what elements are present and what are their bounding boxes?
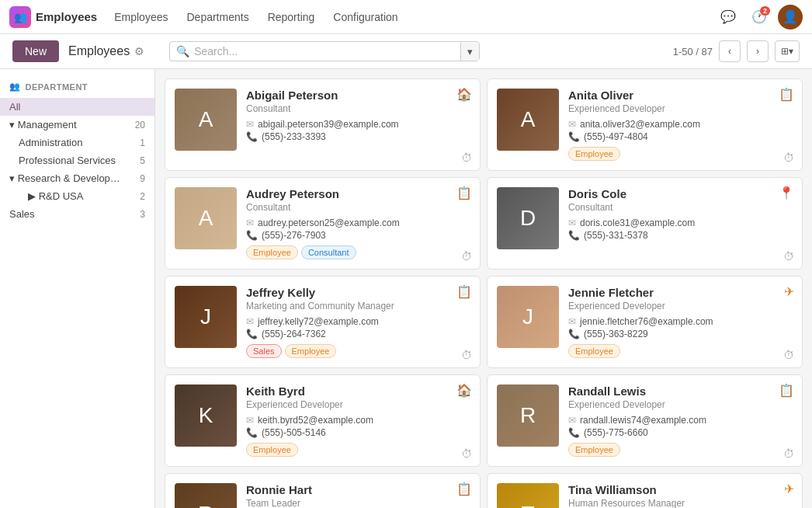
card-clock-icon[interactable]: ⏱ (461, 250, 472, 263)
sidebar-item-label-professional: Professional Services (19, 155, 116, 166)
sidebar-arrow-management: ▾ (9, 119, 18, 130)
employee-card[interactable]: KKeith ByrdExperienced Developer✉keith.b… (165, 374, 481, 467)
email-icon: ✉ (246, 316, 254, 327)
employee-email: randall.lewis74@example.com (580, 415, 706, 426)
nav-departments[interactable]: Departments (179, 6, 256, 28)
employee-email-row: ✉keith.byrd52@example.com (246, 415, 470, 426)
app-logo[interactable]: 👥 Employees (9, 6, 97, 28)
employee-name: Anita Oliver (568, 89, 793, 102)
employee-info: Keith ByrdExperienced Developer✉keith.by… (246, 384, 470, 457)
sidebar-item-administration[interactable]: Administration 1 (0, 134, 154, 151)
sidebar-arrow-rnd: ▶ (28, 190, 39, 202)
employee-email-row: ✉anita.oliver32@example.com (568, 119, 793, 130)
employee-phone: (555)-276-7903 (262, 230, 326, 241)
tag-sales: Sales (246, 344, 282, 358)
employee-phone: (555)-505-5146 (262, 427, 326, 438)
card-status-icon: ✈ (784, 284, 794, 299)
prev-page-button[interactable]: ‹ (719, 40, 741, 62)
employee-email-row: ✉audrey.peterson25@example.com (246, 217, 470, 228)
sidebar-item-rnd-usa[interactable]: ▶ R&D USA 2 (0, 187, 154, 205)
employee-email: abigail.peterson39@example.com (258, 119, 399, 130)
sidebar-item-label-all: All (9, 101, 20, 113)
sidebar-item-professional-services[interactable]: Professional Services 5 (0, 151, 154, 169)
department-icon: 👥 (9, 82, 21, 92)
search-box: 🔍 ▾ (169, 41, 480, 61)
employee-card[interactable]: RRonnie HartTeam Leader✉ronnie.hart87@ex… (165, 473, 481, 508)
chat-icon: 💬 (720, 9, 736, 24)
user-avatar[interactable]: 👤 (778, 5, 803, 30)
activity-icon-btn[interactable]: 🕐 2 (747, 5, 772, 30)
employee-info: Audrey PetersonConsultant✉audrey.peterso… (246, 187, 470, 259)
employee-card[interactable]: DDoris ColeConsultant✉doris.cole31@examp… (487, 177, 803, 270)
settings-icon[interactable]: ⚙ (134, 45, 144, 57)
sidebar-item-sales[interactable]: Sales 3 (0, 205, 154, 223)
employee-phone: (555)-264-7362 (262, 329, 326, 339)
employee-photo: K (175, 384, 237, 447)
nav-configuration[interactable]: Configuration (325, 6, 405, 28)
phone-icon: 📞 (246, 329, 258, 339)
card-clock-icon[interactable]: ⏱ (783, 349, 794, 361)
employee-info: Jennie FletcherExperienced Developer✉jen… (568, 286, 793, 358)
new-button[interactable]: New (12, 40, 59, 62)
sidebar-count-professional: 5 (140, 155, 145, 166)
employee-info: Jeffrey KellyMarketing and Community Man… (246, 286, 470, 358)
employee-role: Consultant (568, 202, 793, 213)
employee-photo: A (175, 187, 237, 249)
sidebar-item-management[interactable]: ▾ Management 20 (0, 116, 154, 134)
employee-card[interactable]: AAnita OliverExperienced Developer✉anita… (487, 78, 803, 171)
employee-card[interactable]: AAbigail PetersonConsultant✉abigail.pete… (165, 78, 481, 171)
sidebar-count-sales: 3 (140, 209, 145, 220)
employee-name: Jeffrey Kelly (246, 286, 470, 299)
card-clock-icon[interactable]: ⏱ (783, 447, 794, 460)
employee-role: Consultant (246, 202, 470, 213)
sidebar-count-administration: 1 (140, 137, 145, 148)
sidebar-count-research: 9 (140, 173, 145, 184)
card-clock-icon[interactable]: ⏱ (461, 447, 472, 460)
tag-consultant: Consultant (301, 245, 356, 259)
nav-reporting[interactable]: Reporting (260, 6, 323, 28)
employee-email-row: ✉jennie.fletcher76@example.com (568, 316, 793, 327)
employee-email: anita.oliver32@example.com (580, 119, 700, 130)
employee-photo: A (497, 89, 559, 151)
employee-phone-row: 📞(555)-363-8229 (568, 329, 793, 339)
employee-photo: T (497, 483, 559, 508)
view-toggle-button[interactable]: ⊞▾ (775, 40, 800, 62)
employee-card[interactable]: AAudrey PetersonConsultant✉audrey.peters… (165, 177, 481, 270)
card-clock-icon[interactable]: ⏱ (783, 151, 794, 164)
employee-card[interactable]: JJeffrey KellyMarketing and Community Ma… (165, 276, 481, 368)
search-input[interactable] (194, 45, 453, 57)
employee-email-row: ✉abigail.peterson39@example.com (246, 119, 470, 130)
employee-name: Doris Cole (568, 187, 793, 200)
nav-employees[interactable]: Employees (106, 6, 175, 28)
sidebar-item-label-rnd: ▶ R&D USA (28, 190, 83, 202)
card-clock-icon[interactable]: ⏱ (783, 250, 794, 263)
employee-phone: (555)-331-5378 (584, 230, 648, 241)
employee-photo: D (497, 187, 559, 249)
email-icon: ✉ (568, 217, 576, 228)
sub-header: New Employees ⚙ 🔍 ▾ 1-50 / 87 ‹ › ⊞▾ (0, 34, 812, 69)
card-status-icon: ✈ (784, 482, 794, 496)
employee-phone-row: 📞(555)-264-7362 (246, 329, 470, 339)
employee-name: Ronnie Hart (246, 483, 470, 496)
sidebar-item-all[interactable]: All (0, 98, 154, 116)
card-clock-icon[interactable]: ⏱ (461, 349, 472, 361)
chat-icon-btn[interactable]: 💬 (716, 5, 741, 30)
employee-info: Ronnie HartTeam Leader✉ronnie.hart87@exa… (246, 483, 470, 508)
card-clock-icon[interactable]: ⏱ (461, 151, 472, 164)
employee-name: Randall Lewis (568, 384, 793, 398)
tag-employee: Employee (568, 344, 620, 358)
employee-role: Experienced Developer (568, 399, 793, 410)
sidebar-item-research[interactable]: ▾ Research & Develop… 9 (0, 169, 154, 187)
card-status-icon: 📋 (779, 383, 794, 398)
employee-tags: Employee (568, 147, 793, 161)
employee-card[interactable]: RRandall LewisExperienced Developer✉rand… (487, 374, 803, 467)
phone-icon: 📞 (568, 131, 580, 142)
search-dropdown-button[interactable]: ▾ (460, 43, 479, 61)
next-page-button[interactable]: › (747, 40, 769, 62)
employee-email-row: ✉jeffrey.kelly72@example.com (246, 316, 470, 327)
employee-card[interactable]: JJennie FletcherExperienced Developer✉je… (487, 276, 803, 368)
employee-grid-area: AAbigail PetersonConsultant✉abigail.pete… (155, 69, 812, 508)
employee-card[interactable]: TTina WilliamsonHuman Resources Manager✉… (487, 473, 803, 508)
employee-photo: R (175, 483, 237, 508)
phone-icon: 📞 (246, 131, 258, 142)
